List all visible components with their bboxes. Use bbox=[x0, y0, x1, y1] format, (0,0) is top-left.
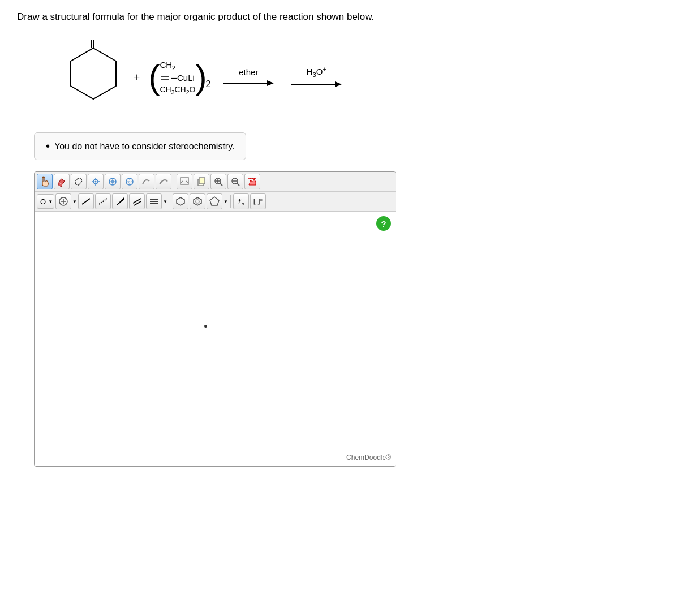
svg-marker-41 bbox=[116, 197, 124, 205]
svg-marker-7 bbox=[267, 80, 274, 86]
copy-tool[interactable] bbox=[194, 174, 209, 189]
help-button[interactable]: ? bbox=[376, 216, 391, 231]
zoom-in-btn[interactable] bbox=[210, 174, 226, 189]
canvas-dot bbox=[204, 325, 207, 328]
svg-line-40 bbox=[99, 199, 107, 204]
toolbar-row1: 8 bbox=[35, 172, 396, 192]
separator3 bbox=[230, 195, 231, 208]
close-paren: ) bbox=[195, 61, 207, 94]
question-text: Draw a structural formula for the major … bbox=[17, 11, 662, 23]
curve-tool2[interactable] bbox=[156, 174, 171, 189]
arrow2-section: H3O+ bbox=[291, 66, 342, 89]
ring-circle-btn[interactable] bbox=[190, 193, 205, 209]
bond-dashed-btn[interactable] bbox=[95, 193, 111, 209]
clean-btn[interactable] bbox=[244, 174, 260, 189]
arrow2 bbox=[291, 79, 342, 89]
svg-line-31 bbox=[220, 183, 222, 186]
plus-sign: + bbox=[133, 70, 140, 85]
hand-tool[interactable] bbox=[37, 174, 53, 189]
svg-marker-9 bbox=[335, 81, 342, 87]
ring-pentagon-btn[interactable] bbox=[207, 193, 222, 209]
drawing-canvas[interactable]: ? ChemDoodle® bbox=[35, 212, 396, 466]
arrow1 bbox=[223, 78, 274, 88]
erase-tool[interactable] bbox=[54, 174, 70, 189]
atom-label: O bbox=[38, 197, 48, 206]
svg-marker-0 bbox=[71, 48, 116, 99]
bond-dropdown-arrow: ▼ bbox=[163, 199, 167, 204]
lasso-tool[interactable] bbox=[71, 174, 87, 189]
rotate-tool[interactable] bbox=[88, 174, 104, 189]
formula-label: ƒn bbox=[238, 196, 244, 206]
ring-empty-btn[interactable] bbox=[173, 193, 188, 209]
svg-point-12 bbox=[95, 181, 97, 183]
separator2 bbox=[170, 195, 170, 208]
reaction-area: O + ( CH2 ─CuLi CH3CH2O bbox=[62, 40, 662, 115]
reagent2-culi: ─CuLi bbox=[171, 73, 194, 83]
bond-single-btn[interactable] bbox=[78, 193, 94, 209]
svg-marker-47 bbox=[177, 197, 184, 205]
template-tool2[interactable]: 8 bbox=[122, 174, 137, 189]
bracket-btn[interactable]: [ ]± bbox=[250, 193, 266, 209]
formula-btn[interactable]: ƒn bbox=[233, 193, 249, 209]
svg-rect-27 bbox=[199, 178, 205, 184]
arrow1-section: ether bbox=[223, 67, 274, 88]
bond-bold-btn[interactable] bbox=[112, 193, 128, 209]
curve-tool1[interactable] bbox=[139, 174, 154, 189]
chemdoodle-widget: 8 bbox=[34, 171, 396, 467]
help-label: ? bbox=[381, 219, 386, 229]
open-paren: ( bbox=[148, 61, 160, 94]
svg-marker-50 bbox=[210, 197, 219, 205]
svg-marker-48 bbox=[194, 197, 201, 205]
hint-text: You do not have to consider stereochemis… bbox=[54, 141, 234, 152]
arrow1-label: ether bbox=[239, 67, 258, 77]
svg-line-39 bbox=[82, 199, 90, 204]
ring-dropdown-arrow: ▼ bbox=[224, 199, 228, 204]
template-tool1[interactable] bbox=[105, 174, 121, 189]
reagent2-ch3ch2o: CH3CH2O bbox=[160, 85, 195, 94]
watermark-text: ChemDoodle® bbox=[346, 454, 391, 462]
bond-double-btn[interactable] bbox=[129, 193, 145, 209]
atom-dropdown-arrow: ▼ bbox=[48, 199, 53, 204]
hint-box: • You do not have to consider stereochem… bbox=[34, 132, 246, 160]
reagent2-count: 2 bbox=[205, 79, 210, 89]
chemdoodle-watermark: ChemDoodle® bbox=[346, 454, 391, 462]
plus-charge-btn[interactable] bbox=[55, 193, 71, 209]
reagent2-ch2: CH2 bbox=[160, 60, 175, 71]
atom-selector[interactable]: O ▼ bbox=[37, 194, 54, 209]
bullet: • bbox=[46, 140, 50, 153]
cyclohexanone-molecule: O bbox=[62, 40, 124, 115]
separator1 bbox=[174, 175, 174, 188]
bracket-label: [ ]± bbox=[253, 197, 263, 206]
svg-rect-25 bbox=[181, 178, 188, 184]
svg-line-34 bbox=[237, 183, 239, 186]
zoom-out-btn[interactable] bbox=[227, 174, 243, 189]
svg-point-49 bbox=[196, 200, 199, 203]
bond-triple-btn[interactable] bbox=[146, 193, 162, 209]
zoom-fit-tool[interactable] bbox=[177, 174, 192, 189]
arrow2-label: H3O+ bbox=[307, 66, 326, 78]
toolbar-row2: O ▼ ▼ bbox=[35, 192, 396, 212]
reagent2-structure: CH2 ─CuLi CH3CH2O bbox=[160, 58, 195, 98]
plus-btn-arrow: ▼ bbox=[72, 199, 77, 204]
